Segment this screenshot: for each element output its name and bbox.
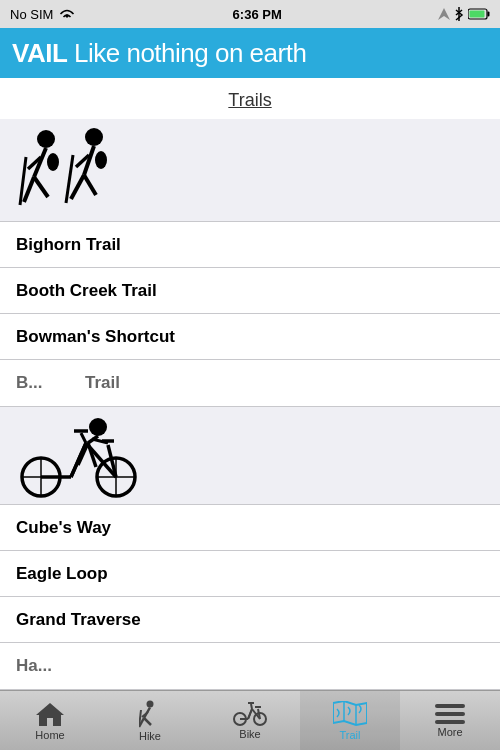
trail-item-partial[interactable]: Ha... [0,643,500,689]
tab-home[interactable]: Home [0,691,100,750]
tab-more-label: More [437,726,462,738]
svg-line-50 [248,709,252,719]
trail-name: Cube's Way [16,518,111,538]
svg-point-5 [37,130,55,148]
svg-line-8 [34,177,48,197]
hiking-section-icon [0,119,500,221]
trail-name-partial: B... Trail [16,373,120,393]
tab-hike-label: Hike [139,730,161,742]
svg-rect-58 [435,704,465,708]
biker-icon [16,415,146,500]
tab-home-label: Home [35,729,64,741]
trail-name: Bowman's Shortcut [16,327,175,347]
status-bar: No SIM 6:36 PM [0,0,500,28]
svg-point-18 [95,151,107,169]
svg-line-51 [251,704,252,709]
svg-line-14 [71,175,84,199]
trail-item[interactable]: Bighorn Trail [0,222,500,268]
tab-bike-label: Bike [239,728,260,740]
app-header: VAIL Like nothing on earth [0,28,500,78]
trail-item-partial[interactable]: B... Trail [0,360,500,406]
trail-item[interactable]: Eagle Loop [0,551,500,597]
hiker-icon [16,127,146,217]
trail-item[interactable]: Booth Creek Trail [0,268,500,314]
trail-name-partial: Ha... [16,656,52,676]
svg-rect-4 [469,11,484,18]
trail-name: Booth Creek Trail [16,281,157,301]
tab-trail[interactable]: Trail [300,691,400,750]
wifi-icon [58,7,76,21]
tab-bike[interactable]: Bike [200,691,300,750]
no-sim-text: No SIM [10,7,53,22]
svg-point-39 [147,700,154,707]
trail-item[interactable]: Bowman's Shortcut [0,314,500,360]
svg-point-11 [47,153,59,171]
svg-point-29 [89,418,107,436]
status-right [438,7,490,21]
header-title: VAIL Like nothing on earth [12,38,306,69]
trail-item[interactable]: Grand Traverse [0,597,500,643]
trail-name: Eagle Loop [16,564,108,584]
trail-tab-icon [333,701,367,727]
svg-point-12 [85,128,103,146]
battery-icon [468,8,490,20]
svg-line-7 [24,177,34,202]
tab-hike[interactable]: Hike [100,691,200,750]
trail-item[interactable]: Cube's Way [0,505,500,551]
hike-tab-icon [139,700,161,728]
brand-name: VAIL [12,38,67,68]
trail-name: Bighorn Trail [16,235,121,255]
location-icon [438,8,450,20]
status-left: No SIM [10,7,76,22]
hiking-trail-list: Bighorn Trail Booth Creek Trail Bowman's… [0,221,500,407]
status-time: 6:36 PM [233,7,282,22]
tab-bar: Home Hike Bike [0,690,500,750]
home-icon [35,701,65,727]
page-title-section: Trails [0,78,500,119]
more-tab-icon [435,704,465,724]
svg-line-42 [144,718,151,725]
trail-name: Grand Traverse [16,610,141,630]
svg-rect-3 [487,12,489,17]
biking-trail-list: Cube's Way Eagle Loop Grand Traverse Ha.… [0,504,500,690]
tab-more[interactable]: More [400,691,500,750]
main-content: Trails Bighorn Tra [0,78,500,690]
page-title: Trails [228,90,271,110]
bike-tab-icon [233,702,267,726]
svg-marker-0 [438,8,450,20]
biking-section-icon [0,407,500,504]
svg-line-15 [84,175,96,195]
tab-trail-label: Trail [340,729,361,741]
svg-marker-38 [36,703,64,726]
svg-rect-59 [435,712,465,716]
svg-line-25 [81,433,86,443]
svg-rect-60 [435,720,465,724]
header-tagline: Like nothing on earth [67,38,306,68]
bluetooth-icon [454,7,464,21]
